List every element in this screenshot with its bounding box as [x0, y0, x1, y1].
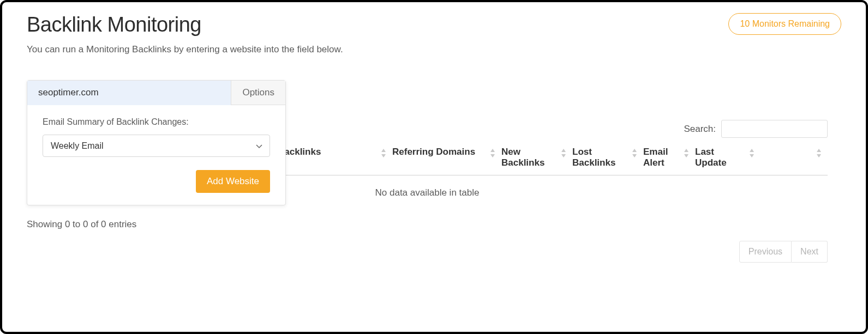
- entries-info: Showing 0 to 0 of 0 entries: [27, 219, 136, 230]
- email-frequency-select[interactable]: Weekly Email: [43, 135, 270, 157]
- tabs-body: Email Summary of Backlink Changes: Weekl…: [27, 105, 285, 205]
- search-label: Search:: [684, 124, 716, 135]
- sort-icon: [560, 149, 567, 159]
- pagination: Previous Next: [739, 241, 828, 263]
- add-button-row: Add Website: [43, 170, 270, 193]
- col-label: Last Update: [695, 147, 745, 168]
- col-referring-domains[interactable]: Referring Domains: [392, 147, 501, 168]
- col-label: Lost Backlinks: [572, 147, 628, 168]
- col-lost-backlinks[interactable]: Lost Backlinks: [572, 147, 643, 168]
- sort-icon: [816, 149, 822, 159]
- col-last-update[interactable]: Last Update: [695, 147, 761, 168]
- col-label: Referring Domains: [392, 147, 475, 157]
- tab-options[interactable]: Options: [231, 81, 285, 105]
- tabs-header: seoptimer.com Options: [27, 81, 285, 105]
- sort-icon: [631, 149, 638, 159]
- page-title: Backlink Monitoring: [27, 13, 201, 37]
- sort-icon: [683, 149, 690, 159]
- email-frequency-select-wrap: Weekly Email: [43, 135, 270, 157]
- search-row: Search:: [684, 120, 828, 138]
- search-input[interactable]: [721, 120, 828, 138]
- next-button[interactable]: Next: [792, 241, 828, 263]
- page-frame: Backlink Monitoring 10 Monitors Remainin…: [0, 0, 868, 334]
- sort-icon: [489, 149, 496, 159]
- tab-website[interactable]: seoptimer.com: [27, 81, 231, 105]
- email-summary-label: Email Summary of Backlink Changes:: [43, 117, 270, 127]
- header-row: Backlink Monitoring 10 Monitors Remainin…: [27, 13, 841, 37]
- add-website-panel: seoptimer.com Options Email Summary of B…: [27, 80, 286, 205]
- col-actions[interactable]: [761, 147, 828, 168]
- page-subtitle: You can run a Monitoring Backlinks by en…: [27, 44, 841, 55]
- col-label: Email Alert: [643, 147, 680, 168]
- add-website-button[interactable]: Add Website: [196, 170, 270, 193]
- col-backlinks[interactable]: Backlinks: [278, 147, 392, 168]
- col-new-backlinks[interactable]: New Backlinks: [501, 147, 572, 168]
- col-label: New Backlinks: [501, 147, 557, 168]
- sort-icon: [380, 149, 387, 159]
- monitors-remaining-badge: 10 Monitors Remaining: [728, 13, 841, 35]
- sort-icon: [749, 149, 755, 159]
- col-email-alert[interactable]: Email Alert: [643, 147, 695, 168]
- previous-button[interactable]: Previous: [739, 241, 792, 263]
